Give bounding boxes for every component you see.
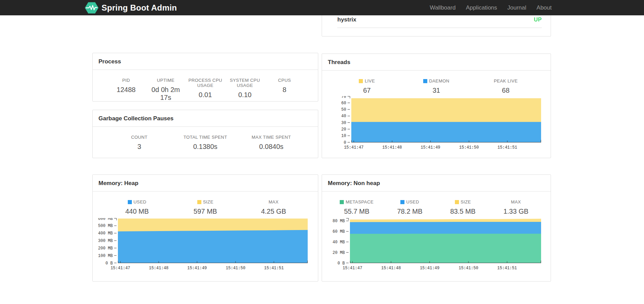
process-card: Process PID 12488 UPTIME 0d 0h 2m 17s PR… [92, 53, 318, 102]
memory-heap-card: Memory: Heap USED 440 MB SIZE 597 MB MAX… [92, 174, 318, 282]
svg-text:60: 60 [341, 101, 346, 106]
application-name[interactable]: hystrix [337, 16, 356, 23]
brand-title: Spring Boot Admin [102, 3, 177, 13]
heap-stats: USED 440 MB SIZE 597 MB MAX 4.25 GB [93, 192, 318, 215]
stat-process-cpu-usage: PROCESS CPU USAGE 0.01 [185, 78, 225, 102]
svg-text:15:41:48: 15:41:48 [381, 266, 401, 271]
stat-uptime: UPTIME 0d 0h 2m 17s [146, 78, 185, 102]
daemon-legend-swatch-icon [423, 79, 427, 83]
heap-card-title: Memory: Heap [93, 175, 318, 192]
application-status-badge: UP [534, 17, 542, 23]
svg-text:50: 50 [341, 107, 346, 112]
nonheap-stats: METASPACE 55.7 MB USED 78.2 MB SIZE 83.5… [322, 192, 551, 215]
process-stats: PID 12488 UPTIME 0d 0h 2m 17s PROCESS CP… [93, 70, 318, 102]
used-legend-swatch-icon [128, 200, 132, 204]
memory-nonheap-card: Memory: Non heap METASPACE 55.7 MB USED … [322, 174, 551, 282]
svg-text:60 MB: 60 MB [333, 229, 345, 234]
nav-applications[interactable]: Applications [466, 4, 497, 11]
stat-nonheap-used: USED 78.2 MB [383, 199, 436, 215]
svg-text:15:41:49: 15:41:49 [420, 145, 440, 150]
svg-text:80 MB: 80 MB [333, 219, 345, 224]
svg-text:20 MB: 20 MB [333, 250, 345, 255]
svg-text:200 MB: 200 MB [98, 246, 113, 251]
svg-text:15:41:51: 15:41:51 [497, 145, 517, 150]
stat-nonheap-size: SIZE 83.5 MB [436, 199, 490, 215]
stat-gc-max-time: MAX TIME SPENT 0.0840s [238, 135, 304, 151]
gc-stats: COUNT 3 TOTAL TIME SPENT 0.1380s MAX TIM… [93, 127, 318, 151]
stat-heap-max: MAX 4.25 GB [240, 199, 308, 215]
gc-pauses-card: Garbage Collection Pauses COUNT 3 TOTAL … [92, 110, 318, 158]
svg-text:15:41:49: 15:41:49 [187, 266, 207, 271]
svg-text:15:41:50: 15:41:50 [459, 145, 479, 150]
svg-text:600 MB: 600 MB [98, 218, 113, 221]
brand-link[interactable]: Spring Boot Admin [85, 0, 177, 15]
stat-threads-daemon: DAEMON 31 [402, 78, 471, 94]
threads-card-title: Threads [322, 54, 551, 71]
threads-stats: LIVE 67 DAEMON 31 PEAK LIVE 68 [322, 71, 551, 94]
svg-text:40 MB: 40 MB [333, 240, 345, 245]
stat-cpus: CPUS 8 [265, 78, 304, 102]
heap-area-chart: 0 B100 MB200 MB300 MB400 MB500 MB600 MB1… [93, 218, 318, 273]
svg-text:15:41:50: 15:41:50 [226, 266, 246, 271]
stat-heap-used: USED 440 MB [103, 199, 171, 215]
live-legend-swatch-icon [359, 79, 363, 83]
svg-text:30: 30 [341, 121, 346, 125]
threads-area-chart: 01020304050607015:41:4715:41:4815:41:491… [322, 96, 551, 152]
svg-text:10: 10 [341, 134, 346, 138]
nonheap-card-title: Memory: Non heap [322, 175, 551, 192]
svg-text:0 B: 0 B [105, 261, 113, 266]
svg-text:0 B: 0 B [337, 261, 345, 266]
svg-text:400 MB: 400 MB [98, 231, 113, 236]
application-row[interactable]: hystrix UP [337, 16, 542, 28]
size-legend-swatch-icon [197, 200, 201, 204]
svg-text:0: 0 [344, 140, 346, 145]
svg-text:20: 20 [341, 127, 346, 132]
stat-heap-size: SIZE 597 MB [171, 199, 239, 215]
svg-text:100 MB: 100 MB [98, 254, 113, 258]
stat-pid: PID 12488 [106, 78, 146, 102]
stat-threads-live: LIVE 67 [332, 78, 402, 94]
svg-text:500 MB: 500 MB [98, 224, 113, 228]
nonheap-area-chart: 0 B20 MB40 MB60 MB80 MB15:41:4715:41:481… [322, 218, 551, 273]
svg-text:15:41:51: 15:41:51 [264, 266, 284, 271]
stat-nonheap-max: MAX 1.33 GB [489, 199, 542, 215]
navbar-links: Wallboard Applications Journal About [430, 0, 552, 15]
used-legend-swatch-icon [400, 200, 404, 204]
top-navbar: Spring Boot Admin Wallboard Applications… [0, 0, 644, 15]
svg-text:15:41:47: 15:41:47 [342, 266, 362, 271]
nav-about[interactable]: About [537, 4, 552, 11]
stat-gc-total-time: TOTAL TIME SPENT 0.1380s [172, 135, 239, 151]
svg-text:15:41:48: 15:41:48 [149, 266, 169, 271]
svg-text:15:41:49: 15:41:49 [420, 266, 440, 271]
svg-text:15:41:51: 15:41:51 [497, 266, 517, 271]
svg-text:40: 40 [341, 114, 346, 119]
nav-wallboard[interactable]: Wallboard [430, 4, 456, 11]
stat-nonheap-metaspace: METASPACE 55.7 MB [330, 199, 383, 215]
process-card-title: Process [93, 53, 318, 70]
size-legend-swatch-icon [455, 200, 459, 204]
svg-text:70: 70 [341, 96, 346, 99]
stat-system-cpu-usage: SYSTEM CPU USAGE 0.10 [225, 78, 265, 102]
metaspace-legend-swatch-icon [340, 200, 344, 204]
stat-threads-peak-live: PEAK LIVE 68 [471, 78, 540, 94]
pulse-hexagon-logo-icon [85, 2, 98, 14]
nav-journal[interactable]: Journal [507, 4, 526, 11]
stat-gc-count: COUNT 3 [106, 135, 172, 151]
threads-card: Threads LIVE 67 DAEMON 31 PEAK LIVE 68 0… [322, 54, 551, 158]
svg-text:15:41:47: 15:41:47 [110, 266, 130, 271]
svg-text:15:41:50: 15:41:50 [459, 266, 478, 271]
svg-text:15:41:47: 15:41:47 [344, 145, 364, 150]
svg-text:300 MB: 300 MB [98, 239, 113, 243]
svg-text:15:41:48: 15:41:48 [382, 145, 402, 150]
gc-card-title: Garbage Collection Pauses [93, 110, 318, 127]
